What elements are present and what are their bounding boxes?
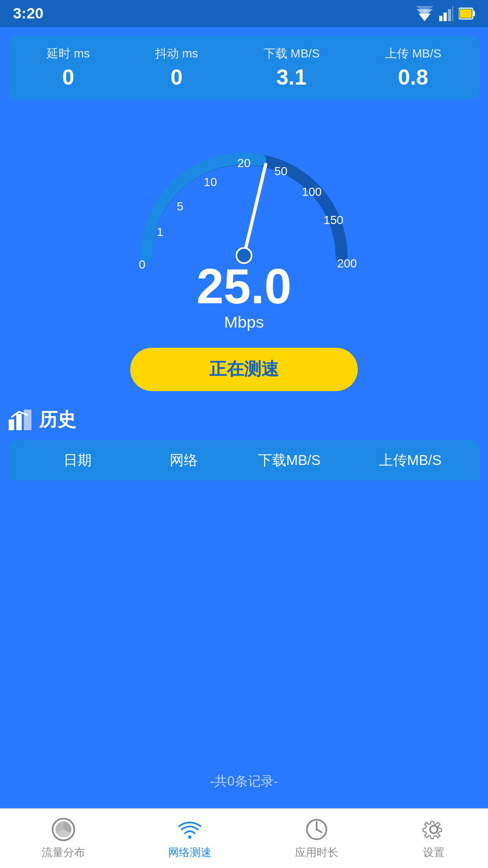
upload-stat: 上传 MB/S 0.8 xyxy=(385,46,441,90)
nav-label-speedtest: 网络测速 xyxy=(168,845,211,860)
stats-banner: 延时 ms 0 抖动 ms 0 下载 MB/S 3.1 上传 MB/S 0.8 xyxy=(9,36,479,99)
nav-item-settings[interactable]: 设置 xyxy=(421,817,446,860)
svg-rect-9 xyxy=(460,9,472,18)
duration-icon xyxy=(304,817,329,842)
nav-label-traffic: 流量分布 xyxy=(42,845,85,860)
speedtest-icon xyxy=(177,817,202,842)
svg-point-29 xyxy=(316,828,318,831)
status-icons xyxy=(415,6,475,21)
svg-rect-22 xyxy=(16,414,22,430)
latency-stat: 延时 ms 0 xyxy=(47,46,89,90)
speed-value: 25.0 xyxy=(196,262,291,311)
download-value: 3.1 xyxy=(264,65,320,90)
latency-value: 0 xyxy=(47,65,89,90)
table-header: 日期 网络 下载MB/S 上传MB/S xyxy=(9,440,479,481)
svg-rect-4 xyxy=(444,12,447,21)
speed-unit: Mbps xyxy=(196,313,291,331)
svg-text:20: 20 xyxy=(237,156,251,170)
bottom-nav: 流量分布 网络测速 应用时长 设置 xyxy=(0,808,488,868)
nav-item-speedtest[interactable]: 网络测速 xyxy=(168,817,211,860)
col-network-header: 网络 xyxy=(138,451,229,470)
col-download-header: 下载MB/S xyxy=(229,451,350,470)
svg-rect-3 xyxy=(439,16,442,21)
svg-rect-6 xyxy=(452,6,453,21)
history-title: 历史 xyxy=(39,407,76,432)
svg-rect-23 xyxy=(24,410,31,430)
table-body xyxy=(9,481,479,763)
svg-point-30 xyxy=(430,826,438,833)
svg-line-19 xyxy=(244,164,266,256)
history-chart-icon xyxy=(9,410,31,430)
wifi-icon xyxy=(415,6,434,21)
download-label: 下载 MB/S xyxy=(264,46,320,62)
traffic-icon xyxy=(51,817,76,842)
history-header: 历史 xyxy=(9,407,479,432)
download-stat: 下载 MB/S 3.1 xyxy=(264,46,320,90)
svg-text:1: 1 xyxy=(157,225,163,239)
status-time: 3:20 xyxy=(13,5,43,22)
svg-text:150: 150 xyxy=(324,213,344,227)
settings-icon xyxy=(421,817,446,842)
svg-rect-21 xyxy=(9,419,14,430)
upload-label: 上传 MB/S xyxy=(385,46,441,62)
battery-icon xyxy=(459,6,475,21)
svg-text:50: 50 xyxy=(274,164,287,178)
jitter-label: 抖动 ms xyxy=(155,46,198,62)
status-bar: 3:20 xyxy=(0,0,488,27)
speed-display: 25.0 Mbps xyxy=(196,262,291,331)
signal-icon xyxy=(439,6,453,21)
upload-value: 0.8 xyxy=(385,65,441,90)
svg-text:200: 200 xyxy=(337,257,357,270)
speedometer-gauge: 0 1 5 10 20 50 100 150 200 xyxy=(119,116,369,278)
latency-label: 延时 ms xyxy=(47,46,89,62)
svg-rect-8 xyxy=(473,11,475,16)
nav-label-duration: 应用时长 xyxy=(295,845,338,860)
svg-text:0: 0 xyxy=(139,258,145,271)
jitter-value: 0 xyxy=(155,65,198,90)
svg-text:5: 5 xyxy=(177,200,183,213)
speedometer-area: 0 1 5 10 20 50 100 150 200 25.0 Mbps 正在测… xyxy=(0,116,488,391)
history-table: 日期 网络 下载MB/S 上传MB/S xyxy=(9,440,479,763)
col-date-header: 日期 xyxy=(17,451,138,470)
history-section: 历史 日期 网络 下载MB/S 上传MB/S -共0条记录- xyxy=(9,407,479,795)
nav-item-duration[interactable]: 应用时长 xyxy=(295,817,338,860)
col-upload-header: 上传MB/S xyxy=(350,451,471,470)
svg-rect-5 xyxy=(448,9,451,21)
svg-text:100: 100 xyxy=(302,185,322,199)
jitter-stat: 抖动 ms 0 xyxy=(155,46,198,90)
records-footer: -共0条记录- xyxy=(9,763,479,795)
svg-point-25 xyxy=(188,835,191,839)
nav-label-settings: 设置 xyxy=(423,845,445,860)
test-speed-button[interactable]: 正在测速 xyxy=(130,348,358,391)
nav-item-traffic[interactable]: 流量分布 xyxy=(42,817,85,860)
svg-text:10: 10 xyxy=(204,175,217,189)
